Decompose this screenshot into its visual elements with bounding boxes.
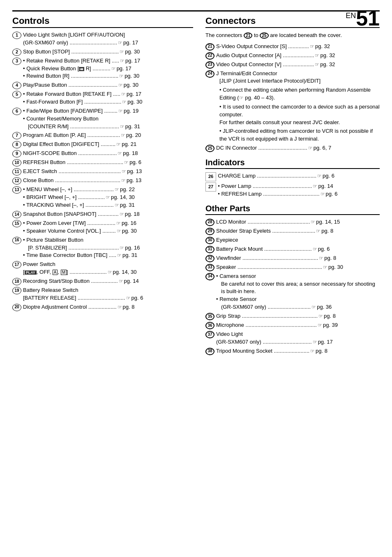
- item-text: CHARGE Lamp ............................…: [218, 172, 380, 180]
- item-num-16: 16: [12, 237, 21, 244]
- item-label: • REFRESH Lamp .........................…: [218, 190, 319, 198]
- list-item: 16 • Picture Stabiliser Button [P. STABI…: [12, 236, 193, 260]
- pg-num: pg. 6, 7: [314, 144, 331, 152]
- item-text: REFRESH Button .........................…: [23, 159, 193, 166]
- item-label: Dioptre Adjustment Control .............…: [23, 303, 117, 311]
- item-num-7: 7: [12, 132, 21, 139]
- item-text: Video Light (GR-SXM607 only) ...........…: [216, 331, 380, 346]
- item-num-21: 21: [205, 43, 214, 51]
- pg-line: [PLAY, OFF, A, M] ......................…: [23, 268, 193, 276]
- pg-num: pg. 20: [126, 132, 141, 139]
- item-text: Snapshot Button [SNAPSHOT] .............…: [23, 210, 193, 218]
- pg-line: Viewfinder .............................…: [216, 254, 380, 262]
- item-num-29: 29: [205, 228, 214, 235]
- item-num-34: 34: [205, 273, 214, 280]
- pg-line: • Time Base Corrector Button [TBC] .....…: [23, 252, 193, 259]
- list-item: 37 Video Light (GR-SXM607 only) ........…: [205, 331, 380, 346]
- item-label: • Retake Rewind Button [RETAKE R] .....: [23, 57, 119, 65]
- item-label: • Quick Review Button [⏮ R] ............: [23, 65, 111, 73]
- list-item: 35 Grip Strap ..........................…: [205, 312, 380, 320]
- pg-line: Grip Strap .............................…: [216, 312, 380, 320]
- list-item: 32 Viewfinder ..........................…: [205, 254, 380, 262]
- item-num-36: 36: [205, 322, 214, 329]
- pg-line: Digital Effect Button [DIGIFECT] .......…: [23, 141, 193, 148]
- pg-line: [P. STABILIZER] ........................…: [23, 244, 193, 252]
- item-text: S-Video Output Connector [S] ...........…: [216, 43, 380, 51]
- book-icon: ☞: [121, 132, 125, 139]
- pg-num: pg. 17: [117, 65, 131, 73]
- list-item: 31 Battery Pack Mount ..................…: [205, 245, 380, 253]
- book-icon: ☞: [118, 150, 122, 157]
- item-text: Power Switch [PLAY, OFF, A, M] .........…: [23, 261, 193, 276]
- item-label: (GR-SXM607 only) .......................…: [221, 303, 311, 311]
- item-num-31: 31: [205, 246, 214, 253]
- pg-num: pg. 17: [125, 57, 140, 65]
- item-num-30: 30: [205, 237, 214, 244]
- item-label: Grip Strap .............................…: [216, 312, 318, 320]
- list-item: 5 • Retake Forward Button [RETAKE F] ...…: [12, 90, 193, 106]
- item-num-8: 8: [12, 141, 21, 148]
- book-icon: ☞: [116, 220, 121, 227]
- pg-num: pg. 32: [315, 43, 330, 51]
- item-text: Battery Release Switch [BATTERY RELEASE]…: [23, 287, 193, 302]
- item-sub: Be careful not to cover this area; a sen…: [216, 280, 380, 296]
- pg-line: Shoulder Strap Eyelets .................…: [216, 227, 380, 235]
- en-label: EN: [346, 12, 356, 20]
- pg-line: (GR-SXM607 only) .......................…: [216, 338, 380, 346]
- list-item: 17 Power Switch [PLAY, OFF, A, M] ......…: [12, 261, 193, 276]
- item-label: LCD Monitor ............................…: [216, 218, 310, 226]
- book-icon: ☞: [119, 278, 123, 285]
- item-num-35: 35: [205, 313, 214, 320]
- pg-num: pg. 8: [324, 254, 336, 262]
- list-item: 36 Microphone ..........................…: [205, 321, 380, 329]
- book-icon: ☞: [115, 202, 119, 209]
- item-label: • Power Zoom Lever [T/W] ...............…: [23, 220, 115, 227]
- pg-num: pg. 36: [317, 303, 332, 311]
- pg-num: pg. 39: [323, 321, 338, 329]
- pg-num: pg. 16: [125, 244, 140, 252]
- pg-line: Recording Start/Stop Button ............…: [23, 277, 193, 285]
- pg-line: DC IN Connector ........................…: [216, 144, 380, 152]
- item-text: • Retake Rewind Button [RETAKE R] ..... …: [23, 57, 193, 81]
- list-item: 24 J Terminal/Edit Connector [JLIP (Join…: [205, 70, 380, 143]
- item-label: Video Output Connector [V] .............…: [216, 61, 314, 69]
- book-icon: ☞: [308, 145, 313, 152]
- pg-line: • Rewind Button [R] ....................…: [23, 72, 193, 80]
- item-text: • Fade/Wipe Button [FADE/WIPE] .........…: [23, 107, 193, 131]
- list-item: 9 NIGHT-SCOPE Button ...................…: [12, 150, 193, 157]
- item-num-3: 3: [12, 58, 21, 65]
- pg-line: Video Output Connector [V] .............…: [216, 61, 380, 69]
- pg-line: Dioptre Adjustment Control .............…: [23, 303, 193, 311]
- controls-section: Controls 1 Video Light Switch [LIGHT OFF…: [12, 16, 193, 356]
- pg-line: Close Button ...........................…: [23, 177, 193, 185]
- item-label: • Rewind Button [R] ....................…: [23, 72, 118, 80]
- item-label: • TRACKING Wheel [–, +] ................…: [23, 201, 114, 209]
- pg-line: • REFRESH Lamp .........................…: [218, 190, 380, 198]
- item-label: • Counter Reset/Memory Button: [23, 115, 99, 123]
- item-text: • Camera sensor Be careful not to cover …: [216, 273, 380, 311]
- pg-num: pg. 21: [122, 141, 136, 148]
- pg-num: pg. 6: [131, 294, 143, 302]
- item-label: Video Light Switch [LIGHT OFF/AUTO/ON]: [23, 31, 125, 39]
- item-num-19: 19: [12, 287, 21, 294]
- item-label: • Power Lamp ...........................…: [218, 183, 312, 190]
- list-item: 1 Video Light Switch [LIGHT OFF/AUTO/ON]…: [12, 31, 193, 47]
- item-label: Audio Output Connector [A] .............…: [216, 52, 314, 60]
- pg-num: pg. 14, 30: [113, 268, 137, 276]
- pg-line: EJECT Switch ...........................…: [23, 168, 193, 176]
- book-icon: ☞: [313, 183, 317, 190]
- pg-line: • Power Zoom Lever [T/W] ...............…: [23, 220, 193, 227]
- book-icon: ☞: [310, 348, 315, 355]
- controls-title: Controls: [12, 16, 193, 28]
- book-icon: ☞: [118, 108, 123, 115]
- pg-num: pg. 17: [123, 39, 138, 47]
- book-icon: ☞: [106, 194, 110, 201]
- pg-num: pg. 30: [124, 81, 138, 89]
- item-num-33: 33: [205, 264, 214, 271]
- item-text: Microphone .............................…: [216, 321, 380, 329]
- list-item: 3 • Retake Rewind Button [RETAKE R] ....…: [12, 57, 193, 81]
- book-icon: ☞: [319, 255, 323, 262]
- book-icon: ☞: [117, 252, 122, 259]
- book-icon: ☞: [315, 61, 319, 68]
- item-num-4: 4: [12, 82, 21, 89]
